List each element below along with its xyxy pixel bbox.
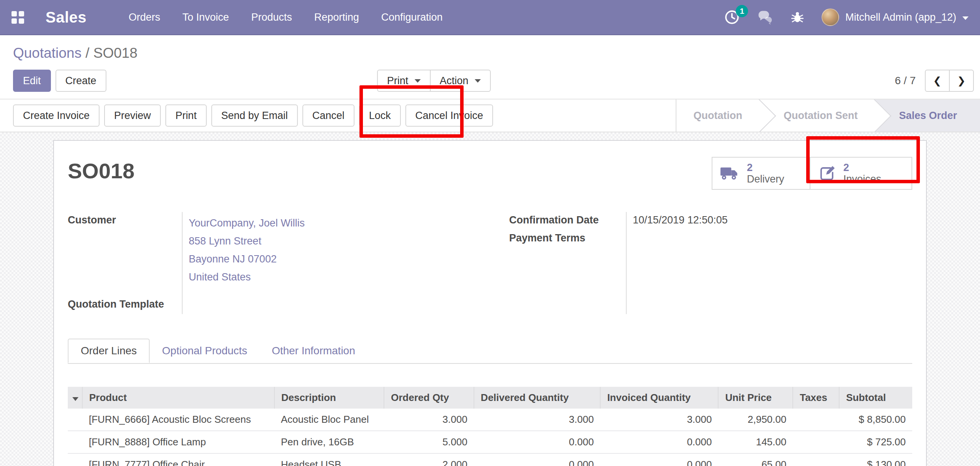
menu-to-invoice[interactable]: To Invoice	[183, 0, 229, 35]
breadcrumb-separator: /	[85, 45, 89, 61]
menu-products[interactable]: Products	[251, 0, 292, 35]
notebook-tabs: Order Lines Optional Products Other Info…	[68, 339, 912, 364]
app-brand[interactable]: Sales	[46, 9, 87, 26]
customer-label: Customer	[68, 212, 182, 226]
col-taxes[interactable]: Taxes	[793, 387, 839, 409]
print-order-button[interactable]: Print	[165, 104, 207, 127]
cancel-button[interactable]: Cancel	[302, 104, 354, 127]
right-field-group: Confirmation Date 10/15/2019 12:50:05 Pa…	[509, 212, 912, 314]
truck-icon	[720, 165, 740, 182]
user-name: Mitchell Admin (app_12)	[845, 11, 956, 23]
lock-button[interactable]: Lock	[359, 104, 401, 127]
invoices-smart-button[interactable]: 2 Invoices	[810, 157, 912, 190]
col-description[interactable]: Description	[274, 387, 384, 409]
order-title: SO018	[68, 158, 134, 183]
delivery-count: 2	[747, 162, 784, 173]
col-ordered-qty[interactable]: Ordered Qty	[384, 387, 474, 409]
activity-count-badge: 1	[736, 5, 748, 17]
pager-next-button[interactable]: ❯	[949, 70, 974, 92]
activity-clock-icon[interactable]: 1	[724, 10, 740, 25]
tab-optional-products[interactable]: Optional Products	[150, 339, 260, 363]
preview-button[interactable]: Preview	[104, 104, 161, 127]
menu-orders[interactable]: Orders	[129, 0, 160, 35]
delivery-smart-button[interactable]: 2 Delivery	[712, 157, 810, 190]
breadcrumb-current: SO018	[93, 45, 137, 61]
debug-bug-icon[interactable]	[790, 10, 805, 24]
quotation-template-label: Quotation Template	[68, 296, 182, 310]
quotation-template-value[interactable]	[182, 296, 189, 298]
action-caret-icon	[475, 79, 481, 83]
edit-button[interactable]: Edit	[13, 70, 51, 92]
apps-grid-icon[interactable]	[11, 11, 24, 24]
sales-order-sheet: SO018 2 Delivery	[53, 140, 927, 466]
menu-configuration[interactable]: Configuration	[381, 0, 443, 35]
create-button[interactable]: Create	[56, 70, 106, 92]
control-panel: Edit Create Print Action 6 / 7 ❮ ❯	[0, 64, 980, 99]
table-row[interactable]: [FURN_6666] Acoustic Bloc ScreensAcousti…	[68, 409, 912, 431]
payment-terms-label: Payment Terms	[509, 230, 626, 244]
confirmation-date-label: Confirmation Date	[509, 212, 626, 226]
cancel-invoice-button[interactable]: Cancel Invoice	[405, 104, 493, 127]
column-toggle-caret-icon[interactable]	[72, 397, 78, 401]
create-invoice-button[interactable]: Create Invoice	[13, 104, 100, 127]
user-menu[interactable]: Mitchell Admin (app_12)	[822, 8, 969, 26]
customer-value[interactable]: YourCompany, Joel Willis 858 Lynn Street…	[182, 212, 305, 286]
table-row[interactable]: [FURN_8888] Office LampPen drive, 16GB 5…	[68, 431, 912, 453]
statusbar: Quotation Quotation Sent Sales Order	[676, 99, 980, 132]
col-product[interactable]: Product	[82, 387, 274, 409]
col-subtotal[interactable]: Subtotal	[839, 387, 912, 409]
send-by-email-button[interactable]: Send by Email	[211, 104, 298, 127]
delivery-label: Delivery	[747, 173, 784, 185]
action-bar: Create Invoice Preview Print Send by Ema…	[0, 99, 980, 132]
breadcrumb: Quotations / SO018	[0, 35, 980, 64]
invoices-count: 2	[843, 162, 881, 173]
col-delivered-qty[interactable]: Delivered Quantity	[474, 387, 600, 409]
status-step-quotation-sent[interactable]: Quotation Sent	[759, 99, 874, 132]
status-step-quotation[interactable]: Quotation	[676, 99, 759, 132]
messages-icon[interactable]	[756, 9, 773, 26]
col-unit-price[interactable]: Unit Price	[718, 387, 793, 409]
col-invoiced-qty[interactable]: Invoiced Quantity	[600, 387, 718, 409]
form-view-background: SO018 2 Delivery	[0, 132, 980, 466]
edit-note-icon	[818, 164, 836, 182]
left-field-group: Customer YourCompany, Joel Willis 858 Ly…	[68, 212, 471, 314]
action-dropdown-button[interactable]: Action	[430, 70, 491, 92]
top-navbar: Sales Orders To Invoice Products Reporti…	[0, 0, 980, 35]
order-lines-table: Product Description Ordered Qty Delivere…	[68, 387, 912, 466]
confirmation-date-value: 10/15/2019 12:50:05	[626, 212, 728, 226]
table-header-row: Product Description Ordered Qty Delivere…	[68, 387, 912, 409]
main-menu: Orders To Invoice Products Reporting Con…	[129, 0, 443, 35]
menu-reporting[interactable]: Reporting	[314, 0, 359, 35]
user-caret-icon	[962, 16, 969, 20]
user-avatar	[822, 8, 839, 26]
systray: 1 Mitchell Admin (app_12)	[724, 8, 969, 26]
pager-value: 6 / 7	[895, 75, 916, 87]
print-dropdown-button[interactable]: Print	[377, 70, 430, 92]
print-caret-icon	[415, 79, 421, 83]
tab-other-information[interactable]: Other Information	[260, 339, 368, 363]
table-row[interactable]: [FURN_7777] Office ChairHeadset USB 2.00…	[68, 453, 912, 466]
invoices-label: Invoices	[843, 173, 881, 185]
payment-terms-value[interactable]	[626, 230, 633, 232]
pager-previous-button[interactable]: ❮	[925, 70, 949, 92]
breadcrumb-quotations-link[interactable]: Quotations	[13, 45, 82, 61]
tab-order-lines[interactable]: Order Lines	[68, 339, 150, 363]
